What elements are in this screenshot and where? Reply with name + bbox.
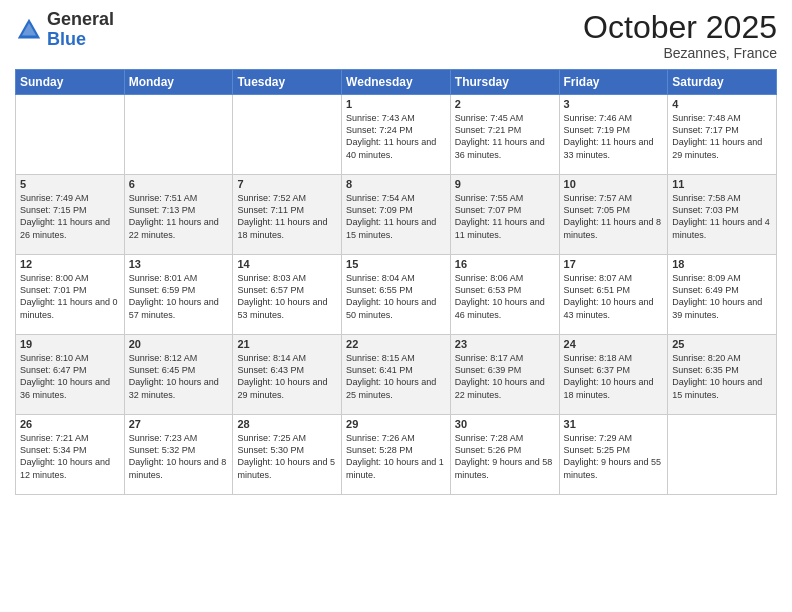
day-number: 15	[346, 258, 446, 270]
calendar-week-row: 5Sunrise: 7:49 AM Sunset: 7:15 PM Daylig…	[16, 175, 777, 255]
table-row: 30Sunrise: 7:28 AM Sunset: 5:26 PM Dayli…	[450, 415, 559, 495]
table-row: 16Sunrise: 8:06 AM Sunset: 6:53 PM Dayli…	[450, 255, 559, 335]
day-info: Sunrise: 8:15 AM Sunset: 6:41 PM Dayligh…	[346, 352, 446, 401]
day-number: 26	[20, 418, 120, 430]
table-row: 5Sunrise: 7:49 AM Sunset: 7:15 PM Daylig…	[16, 175, 125, 255]
day-number: 19	[20, 338, 120, 350]
calendar-week-row: 12Sunrise: 8:00 AM Sunset: 7:01 PM Dayli…	[16, 255, 777, 335]
day-info: Sunrise: 8:14 AM Sunset: 6:43 PM Dayligh…	[237, 352, 337, 401]
day-info: Sunrise: 7:54 AM Sunset: 7:09 PM Dayligh…	[346, 192, 446, 241]
table-row: 10Sunrise: 7:57 AM Sunset: 7:05 PM Dayli…	[559, 175, 668, 255]
table-row: 29Sunrise: 7:26 AM Sunset: 5:28 PM Dayli…	[342, 415, 451, 495]
day-number: 8	[346, 178, 446, 190]
table-row: 2Sunrise: 7:45 AM Sunset: 7:21 PM Daylig…	[450, 95, 559, 175]
logo: General Blue	[15, 10, 114, 50]
title-block: October 2025 Bezannes, France	[583, 10, 777, 61]
day-info: Sunrise: 8:12 AM Sunset: 6:45 PM Dayligh…	[129, 352, 229, 401]
table-row	[124, 95, 233, 175]
col-friday: Friday	[559, 70, 668, 95]
day-info: Sunrise: 7:28 AM Sunset: 5:26 PM Dayligh…	[455, 432, 555, 481]
day-info: Sunrise: 7:26 AM Sunset: 5:28 PM Dayligh…	[346, 432, 446, 481]
day-number: 5	[20, 178, 120, 190]
table-row: 17Sunrise: 8:07 AM Sunset: 6:51 PM Dayli…	[559, 255, 668, 335]
day-info: Sunrise: 8:04 AM Sunset: 6:55 PM Dayligh…	[346, 272, 446, 321]
day-info: Sunrise: 7:51 AM Sunset: 7:13 PM Dayligh…	[129, 192, 229, 241]
day-info: Sunrise: 8:06 AM Sunset: 6:53 PM Dayligh…	[455, 272, 555, 321]
logo-icon	[15, 16, 43, 44]
day-info: Sunrise: 7:21 AM Sunset: 5:34 PM Dayligh…	[20, 432, 120, 481]
day-info: Sunrise: 7:45 AM Sunset: 7:21 PM Dayligh…	[455, 112, 555, 161]
day-info: Sunrise: 7:58 AM Sunset: 7:03 PM Dayligh…	[672, 192, 772, 241]
calendar-week-row: 1Sunrise: 7:43 AM Sunset: 7:24 PM Daylig…	[16, 95, 777, 175]
day-info: Sunrise: 7:23 AM Sunset: 5:32 PM Dayligh…	[129, 432, 229, 481]
calendar: Sunday Monday Tuesday Wednesday Thursday…	[15, 69, 777, 495]
day-number: 17	[564, 258, 664, 270]
day-info: Sunrise: 7:55 AM Sunset: 7:07 PM Dayligh…	[455, 192, 555, 241]
table-row: 3Sunrise: 7:46 AM Sunset: 7:19 PM Daylig…	[559, 95, 668, 175]
col-wednesday: Wednesday	[342, 70, 451, 95]
table-row: 13Sunrise: 8:01 AM Sunset: 6:59 PM Dayli…	[124, 255, 233, 335]
day-info: Sunrise: 7:52 AM Sunset: 7:11 PM Dayligh…	[237, 192, 337, 241]
day-number: 29	[346, 418, 446, 430]
day-number: 25	[672, 338, 772, 350]
table-row	[233, 95, 342, 175]
day-number: 22	[346, 338, 446, 350]
day-info: Sunrise: 7:46 AM Sunset: 7:19 PM Dayligh…	[564, 112, 664, 161]
day-info: Sunrise: 7:43 AM Sunset: 7:24 PM Dayligh…	[346, 112, 446, 161]
table-row: 24Sunrise: 8:18 AM Sunset: 6:37 PM Dayli…	[559, 335, 668, 415]
day-info: Sunrise: 8:07 AM Sunset: 6:51 PM Dayligh…	[564, 272, 664, 321]
day-info: Sunrise: 7:29 AM Sunset: 5:25 PM Dayligh…	[564, 432, 664, 481]
logo-blue: Blue	[47, 29, 86, 49]
month-title: October 2025	[583, 10, 777, 45]
table-row: 21Sunrise: 8:14 AM Sunset: 6:43 PM Dayli…	[233, 335, 342, 415]
day-info: Sunrise: 8:01 AM Sunset: 6:59 PM Dayligh…	[129, 272, 229, 321]
col-tuesday: Tuesday	[233, 70, 342, 95]
day-number: 3	[564, 98, 664, 110]
day-number: 21	[237, 338, 337, 350]
day-number: 24	[564, 338, 664, 350]
day-info: Sunrise: 7:49 AM Sunset: 7:15 PM Dayligh…	[20, 192, 120, 241]
table-row: 31Sunrise: 7:29 AM Sunset: 5:25 PM Dayli…	[559, 415, 668, 495]
day-number: 2	[455, 98, 555, 110]
day-number: 9	[455, 178, 555, 190]
day-number: 23	[455, 338, 555, 350]
day-info: Sunrise: 8:18 AM Sunset: 6:37 PM Dayligh…	[564, 352, 664, 401]
table-row: 1Sunrise: 7:43 AM Sunset: 7:24 PM Daylig…	[342, 95, 451, 175]
day-info: Sunrise: 7:57 AM Sunset: 7:05 PM Dayligh…	[564, 192, 664, 241]
day-number: 18	[672, 258, 772, 270]
header: General Blue October 2025 Bezannes, Fran…	[15, 10, 777, 61]
day-number: 30	[455, 418, 555, 430]
day-number: 1	[346, 98, 446, 110]
table-row: 27Sunrise: 7:23 AM Sunset: 5:32 PM Dayli…	[124, 415, 233, 495]
table-row: 28Sunrise: 7:25 AM Sunset: 5:30 PM Dayli…	[233, 415, 342, 495]
table-row: 6Sunrise: 7:51 AM Sunset: 7:13 PM Daylig…	[124, 175, 233, 255]
col-saturday: Saturday	[668, 70, 777, 95]
day-info: Sunrise: 7:25 AM Sunset: 5:30 PM Dayligh…	[237, 432, 337, 481]
table-row: 12Sunrise: 8:00 AM Sunset: 7:01 PM Dayli…	[16, 255, 125, 335]
logo-text: General Blue	[47, 10, 114, 50]
table-row: 8Sunrise: 7:54 AM Sunset: 7:09 PM Daylig…	[342, 175, 451, 255]
table-row: 18Sunrise: 8:09 AM Sunset: 6:49 PM Dayli…	[668, 255, 777, 335]
table-row: 14Sunrise: 8:03 AM Sunset: 6:57 PM Dayli…	[233, 255, 342, 335]
day-number: 31	[564, 418, 664, 430]
table-row: 7Sunrise: 7:52 AM Sunset: 7:11 PM Daylig…	[233, 175, 342, 255]
day-info: Sunrise: 8:20 AM Sunset: 6:35 PM Dayligh…	[672, 352, 772, 401]
day-number: 28	[237, 418, 337, 430]
day-info: Sunrise: 8:17 AM Sunset: 6:39 PM Dayligh…	[455, 352, 555, 401]
table-row: 25Sunrise: 8:20 AM Sunset: 6:35 PM Dayli…	[668, 335, 777, 415]
table-row: 15Sunrise: 8:04 AM Sunset: 6:55 PM Dayli…	[342, 255, 451, 335]
day-info: Sunrise: 7:48 AM Sunset: 7:17 PM Dayligh…	[672, 112, 772, 161]
table-row: 9Sunrise: 7:55 AM Sunset: 7:07 PM Daylig…	[450, 175, 559, 255]
day-info: Sunrise: 8:10 AM Sunset: 6:47 PM Dayligh…	[20, 352, 120, 401]
col-monday: Monday	[124, 70, 233, 95]
calendar-week-row: 19Sunrise: 8:10 AM Sunset: 6:47 PM Dayli…	[16, 335, 777, 415]
table-row: 19Sunrise: 8:10 AM Sunset: 6:47 PM Dayli…	[16, 335, 125, 415]
calendar-header-row: Sunday Monday Tuesday Wednesday Thursday…	[16, 70, 777, 95]
day-info: Sunrise: 8:09 AM Sunset: 6:49 PM Dayligh…	[672, 272, 772, 321]
day-info: Sunrise: 8:03 AM Sunset: 6:57 PM Dayligh…	[237, 272, 337, 321]
col-sunday: Sunday	[16, 70, 125, 95]
table-row: 20Sunrise: 8:12 AM Sunset: 6:45 PM Dayli…	[124, 335, 233, 415]
day-number: 14	[237, 258, 337, 270]
table-row: 22Sunrise: 8:15 AM Sunset: 6:41 PM Dayli…	[342, 335, 451, 415]
calendar-week-row: 26Sunrise: 7:21 AM Sunset: 5:34 PM Dayli…	[16, 415, 777, 495]
